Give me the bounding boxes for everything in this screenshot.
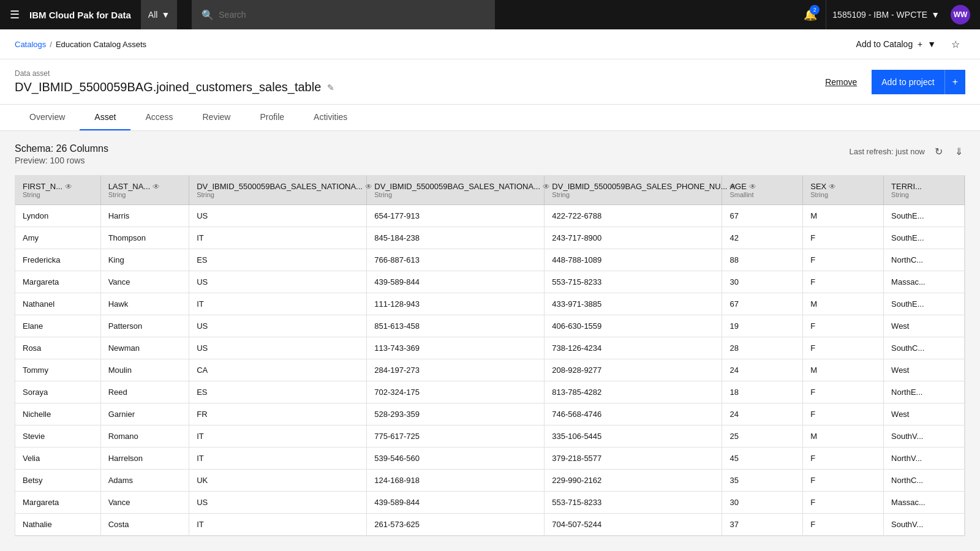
table-cell: 28 [722, 337, 803, 359]
table-cell: Rosa [15, 337, 100, 359]
col-name-text: FIRST_N... [23, 182, 62, 191]
tab-overview[interactable]: Overview [15, 105, 80, 130]
search-filter-dropdown[interactable]: All ▼ [141, 0, 177, 29]
table-cell: M [803, 205, 884, 227]
notification-button[interactable]: 🔔 2 [797, 0, 823, 29]
table-cell: Nichelle [15, 403, 100, 425]
tab-activities[interactable]: Activities [299, 105, 362, 130]
table-cell: F [803, 381, 884, 403]
star-icon-button[interactable]: ☆ [946, 34, 965, 54]
table-cell: 35 [722, 470, 803, 492]
table-cell: King [100, 249, 189, 271]
schema-subtitle: Preview: 100 rows [15, 156, 108, 165]
data-table: FIRST_N... 👁 String LAST_NA... 👁 String [15, 176, 965, 536]
table-cell: NorthE... [884, 381, 965, 403]
eye-icon[interactable]: 👁 [153, 182, 160, 191]
table-cell: 813-785-4282 [545, 381, 722, 403]
table-cell: 45 [722, 448, 803, 470]
table-cell: Stevie [15, 425, 100, 448]
breadcrumb-catalogs-link[interactable]: Catalogs [15, 40, 46, 49]
table-cell: Harris [100, 205, 189, 227]
eye-icon[interactable]: 👁 [829, 182, 836, 191]
edit-icon[interactable]: ✎ [327, 83, 334, 92]
top-navigation: ☰ IBM Cloud Pak for Data All ▼ 🔍 🔔 2 158… [0, 0, 980, 29]
table-cell: 528-293-359 [367, 403, 545, 425]
hamburger-menu-icon[interactable]: ☰ [10, 8, 20, 21]
table-cell: 42 [722, 227, 803, 249]
table-cell: 379-218-5577 [545, 448, 722, 470]
col-name-text: DV_IBMID_5500059BAG_SALES_NATIONA... [197, 182, 363, 191]
refresh-button[interactable]: ↻ [932, 143, 945, 160]
tab-profile[interactable]: Profile [245, 105, 299, 130]
main-content: Schema: 26 Columns Preview: 100 rows Las… [0, 131, 980, 549]
table-cell: SouthE... [884, 205, 965, 227]
breadcrumb: Catalogs / Education Catalog Assets [15, 40, 146, 49]
eye-icon[interactable]: 👁 [749, 182, 756, 191]
table-cell: Garnier [100, 403, 189, 425]
table-cell: 702-324-175 [367, 381, 545, 403]
table-cell: F [803, 492, 884, 514]
table-cell: F [803, 470, 884, 492]
table-cell: 704-507-5244 [545, 514, 722, 536]
col-phone: DV_IBMID_5500059BAG_SALES_PHONE_NU... 👁 … [545, 176, 722, 205]
table-cell: 88 [722, 249, 803, 271]
table-cell: CA [189, 359, 367, 381]
col-sales-nat1: DV_IBMID_5500059BAG_SALES_NATIONA... 👁 S… [189, 176, 367, 205]
table-cell: Tommy [15, 359, 100, 381]
table-cell: F [803, 271, 884, 293]
plus-icon[interactable]: + [945, 70, 965, 94]
table-cell: Betsy [15, 470, 100, 492]
col-territory: TERRI... String [884, 176, 965, 205]
table-cell: F [803, 227, 884, 249]
page-title: DV_IBMID_5500059BAG.joined_customers_sal… [15, 80, 321, 94]
refresh-label: Last refresh: just now [849, 147, 925, 156]
tab-review[interactable]: Review [188, 105, 246, 130]
table-cell: 539-546-560 [367, 448, 545, 470]
table-row: NathalieCostaIT261-573-625704-507-524437… [15, 514, 965, 536]
table-row: NathanelHawkIT111-128-943433-971-388567M… [15, 293, 965, 315]
user-avatar[interactable]: WW [951, 5, 970, 24]
table-row: MargaretaVanceUS439-589-844553-715-82333… [15, 492, 965, 514]
filter-label: All [148, 10, 158, 20]
col-type-text: String [23, 191, 93, 198]
col-type-text: String [552, 191, 714, 198]
schema-header: Schema: 26 Columns Preview: 100 rows Las… [15, 143, 965, 165]
table-cell: F [803, 514, 884, 536]
table-cell: Thompson [100, 227, 189, 249]
table-cell: 261-573-625 [367, 514, 545, 536]
tab-access[interactable]: Access [130, 105, 187, 130]
table-cell: 746-568-4746 [545, 403, 722, 425]
asset-type-label: Data asset [15, 69, 334, 78]
add-to-catalog-button[interactable]: Add to Catalog + ▼ [851, 37, 941, 51]
tab-asset[interactable]: Asset [80, 105, 130, 130]
table-cell: US [189, 315, 367, 337]
table-cell: US [189, 337, 367, 359]
table-row: BetsyAdamsUK124-168-918229-990-216235FNo… [15, 470, 965, 492]
table-cell: NorthC... [884, 470, 965, 492]
breadcrumb-bar: Catalogs / Education Catalog Assets Add … [0, 29, 980, 59]
table-cell: Reed [100, 381, 189, 403]
table-cell: M [803, 293, 884, 315]
table-cell: NorthV... [884, 448, 965, 470]
breadcrumb-actions: Add to Catalog + ▼ ☆ [851, 34, 965, 54]
global-search-bar[interactable]: 🔍 [192, 0, 495, 29]
table-cell: Patterson [100, 315, 189, 337]
table-cell: Newman [100, 337, 189, 359]
table-cell: 775-617-725 [367, 425, 545, 448]
table-row: AmyThompsonIT845-184-238243-717-890042FS… [15, 227, 965, 249]
table-cell: FR [189, 403, 367, 425]
remove-button[interactable]: Remove [818, 72, 864, 92]
table-row: LyndonHarrisUS654-177-913422-722-678867M… [15, 205, 965, 227]
download-button[interactable]: ⇓ [952, 143, 965, 160]
table-cell: 19 [722, 315, 803, 337]
search-input[interactable] [219, 10, 485, 20]
table-cell: 113-743-369 [367, 337, 545, 359]
table-cell: Elane [15, 315, 100, 337]
eye-icon[interactable]: 👁 [65, 182, 72, 191]
nav-right-actions: 🔔 2 1585109 - IBM - WPCTE ▼ WW [797, 0, 970, 29]
table-cell: UK [189, 470, 367, 492]
workspace-selector[interactable]: 1585109 - IBM - WPCTE ▼ [826, 0, 946, 29]
add-to-project-button[interactable]: Add to project + [872, 70, 965, 94]
col-age: AGE 👁 Smallint [722, 176, 803, 205]
table-cell: US [189, 271, 367, 293]
